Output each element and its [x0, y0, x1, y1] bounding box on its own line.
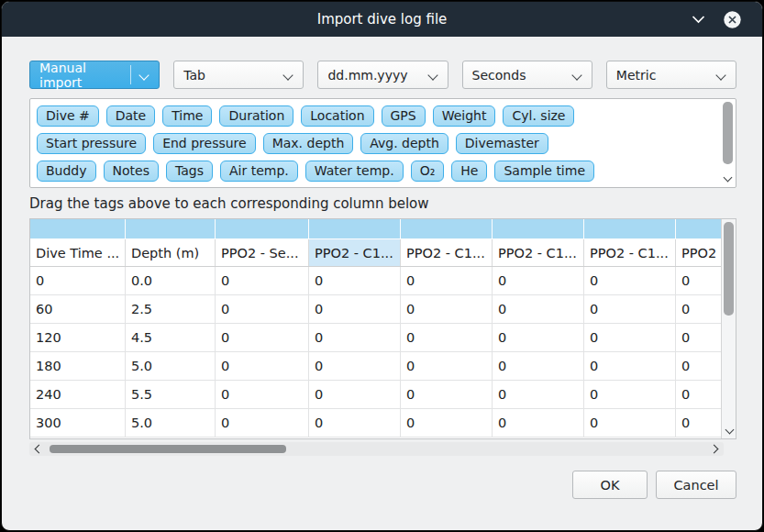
tag-chip[interactable]: Air temp. [220, 161, 298, 182]
table-vertical-scrollbar[interactable] [721, 219, 736, 438]
combo-separator [130, 65, 131, 84]
tag-chip[interactable]: Tags [166, 161, 213, 182]
import-type-select[interactable]: Manual import [29, 61, 160, 89]
column-header[interactable]: PPO2 [676, 239, 721, 266]
table-row: 1204.5000000 [30, 324, 721, 352]
titlebar[interactable]: Import dive log file [2, 2, 762, 37]
tag-row: Dive #DateTimeDurationLocationGPSWeightC… [37, 105, 714, 127]
table-cell: 0 [309, 409, 401, 438]
scrollbar-thumb[interactable] [723, 102, 733, 164]
import-options-row: Manual import Tab dd.mm.yyyy Seconds Met… [29, 61, 736, 89]
column-header[interactable]: Depth (m) [126, 239, 216, 266]
scroll-right-button[interactable] [709, 442, 722, 456]
table-cell: 0 [676, 381, 721, 409]
tag-chip[interactable]: Sample time [494, 161, 594, 182]
table-cell: 0 [30, 267, 126, 295]
column-drop-target[interactable] [216, 219, 309, 238]
column-header[interactable]: PPO2 - Se... [216, 239, 309, 266]
ok-button[interactable]: OK [572, 471, 648, 499]
column-header[interactable]: Dive Time ... [30, 239, 126, 266]
table-cell: 0 [493, 352, 584, 381]
chevron-down-icon [692, 15, 705, 24]
date-format-select[interactable]: dd.mm.yyyy [317, 61, 448, 89]
chevron-down-icon [139, 70, 149, 80]
units-select[interactable]: Metric [606, 61, 736, 89]
tag-chip[interactable]: Duration [219, 105, 293, 127]
tag-chip[interactable]: Max. depth [263, 133, 354, 154]
time-format-value: Seconds [472, 68, 526, 83]
table-cell: 0 [493, 295, 584, 324]
table-cell: 0 [401, 324, 493, 352]
column-drop-target[interactable] [30, 219, 126, 238]
table-cell: 0 [309, 381, 401, 409]
table-cell: 0 [216, 324, 309, 352]
chevron-down-icon [724, 173, 733, 183]
tag-chip[interactable]: GPS [382, 105, 426, 127]
window-shade-button[interactable] [685, 2, 711, 37]
table-row: 2405.5000000 [30, 381, 721, 409]
tag-chip[interactable]: Cyl. size [503, 105, 574, 127]
table-cell: 0 [216, 352, 309, 381]
table-cell: 0 [493, 381, 584, 409]
column-drop-target[interactable] [401, 219, 493, 238]
tag-chip[interactable]: Notes [104, 161, 159, 182]
dialog-buttons: OK Cancel [29, 471, 736, 499]
tags-scrollbar[interactable] [722, 101, 734, 185]
time-format-select[interactable]: Seconds [462, 61, 592, 89]
column-header[interactable]: PPO2 - C1... [584, 239, 676, 266]
table-cell: 0 [584, 352, 676, 381]
column-drop-target[interactable] [309, 219, 401, 238]
tag-chip[interactable]: Start pressure [37, 133, 146, 154]
tag-chip[interactable]: He [451, 161, 487, 182]
tag-list: Dive #DateTimeDurationLocationGPSWeightC… [37, 105, 714, 188]
cancel-button[interactable]: Cancel [656, 471, 736, 499]
tag-chip[interactable]: Divemaster [456, 133, 548, 154]
scrollbar-thumb[interactable] [724, 222, 734, 316]
column-header[interactable]: PPO2 - C1... [401, 239, 493, 266]
table-cell: 0 [493, 267, 584, 295]
column-header[interactable]: PPO2 - C1... [309, 239, 401, 266]
field-separator-value: Tab [183, 68, 205, 83]
column-drop-target[interactable] [584, 219, 676, 238]
table-cell: 120 [30, 324, 126, 352]
scroll-down-button[interactable] [722, 425, 736, 438]
preview-table: Dive Time ...Depth (m)PPO2 - Se...PPO2 -… [29, 218, 736, 439]
tag-chip[interactable]: Date [106, 105, 155, 127]
window-title: Import dive log file [2, 11, 762, 28]
date-format-value: dd.mm.yyyy [327, 68, 407, 83]
tag-chip[interactable]: End pressure [153, 133, 256, 154]
table-cell: 0 [309, 352, 401, 381]
table-cell: 0 [401, 295, 493, 324]
table-cell: 5.0 [126, 409, 216, 438]
tag-chip[interactable]: Dive # [37, 105, 99, 127]
table-horizontal-scrollbar[interactable] [29, 442, 724, 456]
table-row: 00.0000000 [30, 267, 721, 295]
tag-chip[interactable]: Water temp. [305, 161, 404, 182]
tag-chip[interactable]: Location [301, 105, 373, 127]
close-button[interactable] [718, 2, 746, 37]
table-cell: 0 [584, 409, 676, 438]
tag-chip[interactable]: Weight [433, 105, 496, 127]
table-cell: 0 [676, 324, 721, 352]
tag-chip[interactable]: Buddy [37, 161, 96, 182]
chevron-down-icon [715, 70, 725, 80]
chevron-down-icon [725, 426, 734, 435]
scrollbar-thumb[interactable] [50, 445, 286, 453]
tag-row: BuddyNotesTagsAir temp.Water temp.O₂HeSa… [37, 161, 714, 182]
tag-chip[interactable]: Avg. depth [360, 133, 448, 154]
table-cell: 0 [401, 267, 493, 295]
scroll-down-button[interactable] [722, 172, 734, 185]
column-header[interactable]: PPO2 - C1... [493, 239, 584, 266]
column-drop-target[interactable] [126, 219, 216, 238]
units-value: Metric [616, 68, 657, 83]
column-drop-target[interactable] [676, 219, 721, 238]
table-cell: 2.5 [126, 295, 216, 324]
table-cell: 5.5 [126, 381, 216, 409]
scroll-left-button[interactable] [31, 442, 44, 456]
field-separator-select[interactable]: Tab [173, 61, 304, 89]
tag-chip[interactable]: Time [162, 105, 212, 127]
tag-chip[interactable]: O₂ [411, 161, 445, 182]
table-cell: 240 [30, 381, 126, 409]
column-drop-target[interactable] [493, 219, 584, 238]
table-cell: 0 [676, 267, 721, 295]
